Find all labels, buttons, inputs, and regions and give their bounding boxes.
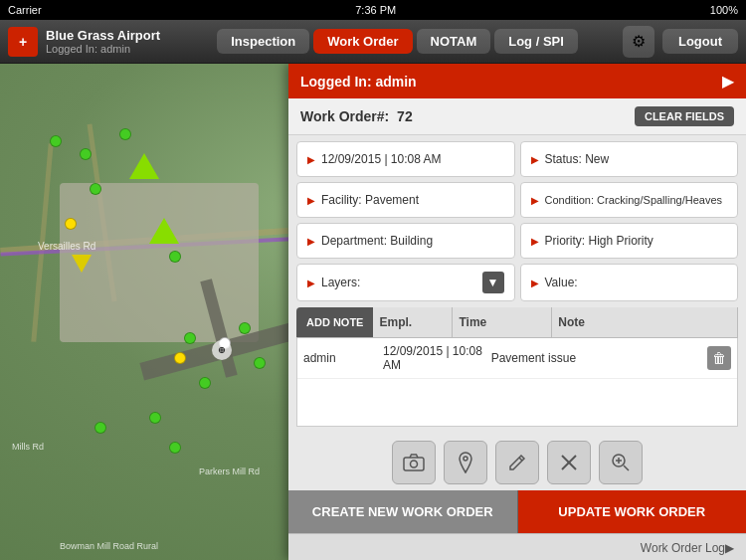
map-pin-10 — [94, 422, 106, 434]
tab-inspection[interactable]: Inspection — [217, 29, 309, 54]
map-pin-2 — [80, 148, 92, 160]
value-field[interactable]: ▶ Value: — [520, 264, 739, 301]
form-area: ▶ 12/09/2015 | 10:08 AM ▶ Status: New ▶ … — [288, 135, 746, 307]
layers-dropdown-button[interactable]: ▼ — [482, 272, 504, 293]
settings-icon[interactable]: ⚙ — [623, 26, 654, 58]
tab-work-order[interactable]: Work Order — [313, 29, 412, 54]
condition-arrow-icon: ▶ — [531, 195, 539, 206]
map-pin-12 — [254, 357, 266, 369]
add-note-button[interactable]: ADD NOTE — [296, 307, 373, 337]
triangle-marker-2 — [149, 218, 179, 244]
triangle-marker-1 — [129, 153, 159, 179]
map-pin-8 — [149, 412, 161, 424]
department-value: Department: Building — [321, 234, 433, 248]
svg-rect-0 — [404, 458, 424, 470]
layers-field[interactable]: ▶ Layers: ▼ — [296, 264, 515, 301]
col-header-empl: Empl. — [373, 307, 453, 337]
value-arrow-icon: ▶ — [531, 278, 539, 288]
status-arrow-icon: ▶ — [531, 154, 539, 165]
notes-table-header: ADD NOTE Empl. Time Note — [296, 307, 738, 338]
carrier-text: Carrier — [8, 4, 42, 16]
panel-header: Logged In: admin ▶ — [288, 64, 746, 98]
road-label-mills: Mills Rd — [12, 442, 44, 452]
status-field[interactable]: ▶ Status: New — [520, 141, 739, 177]
tab-log-spi[interactable]: Log / SPI — [494, 29, 578, 54]
map-pin-9 — [169, 442, 181, 454]
note-employee: admin — [303, 351, 383, 365]
location-button[interactable] — [444, 441, 487, 484]
app-title: Blue Grass Airport — [46, 28, 160, 43]
nav-tabs: Inspection Work Order NOTAM Log / SPI — [172, 29, 623, 54]
tab-notam[interactable]: NOTAM — [417, 29, 491, 54]
camera-button[interactable] — [392, 441, 436, 484]
nav-bar: + Blue Grass Airport Logged In: admin In… — [0, 20, 746, 64]
map-indicator: ⊕ — [212, 340, 232, 360]
cancel-button-icon[interactable] — [547, 441, 591, 484]
right-panel: Logged In: admin ▶ Work Order#: 72 CLEAR… — [288, 64, 746, 560]
app-title-group: Blue Grass Airport Logged In: admin — [46, 28, 160, 55]
wo-number-label: Work Order#: 72 — [300, 108, 413, 124]
department-arrow-icon: ▶ — [307, 236, 315, 247]
map-pin-6 — [184, 332, 196, 344]
map-pin-3 — [90, 183, 101, 195]
pencil-button[interactable] — [495, 441, 539, 484]
create-work-order-button[interactable]: CREATE NEW WORK ORDER — [288, 490, 518, 533]
panel-arrow-icon[interactable]: ▶ — [722, 72, 734, 91]
priority-arrow-icon: ▶ — [531, 236, 539, 247]
value-label: Value: — [545, 276, 578, 289]
status-bar: Carrier 7:36 PM 100% — [0, 0, 746, 20]
icon-toolbar — [288, 433, 746, 490]
condition-field[interactable]: ▶ Condition: Cracking/Spalling/Heaves — [520, 182, 739, 218]
date-field[interactable]: ▶ 12/09/2015 | 10:08 AM — [296, 141, 515, 177]
svg-point-1 — [411, 461, 418, 467]
road-label-parkers: Parkers Mill Rd — [199, 467, 260, 476]
road-label-versailles: Versailles Rd — [38, 241, 95, 252]
note-text: Pavement issue — [491, 351, 707, 365]
priority-field[interactable]: ▶ Priority: High Priority — [520, 223, 739, 259]
status-value: Status: New — [545, 152, 610, 166]
wo-header: Work Order#: 72 CLEAR FIELDS — [288, 98, 746, 135]
col-header-time: Time — [453, 307, 552, 337]
note-row: admin 12/09/2015 | 10:08 AM Pavement iss… — [297, 338, 737, 379]
action-buttons: CREATE NEW WORK ORDER UPDATE WORK ORDER — [288, 490, 746, 533]
department-field[interactable]: ▶ Department: Building — [296, 223, 515, 259]
clear-fields-button[interactable]: CLEAR FIELDS — [635, 106, 734, 126]
col-header-note: Note — [552, 307, 738, 337]
logo-text: + — [19, 34, 27, 50]
note-time: 12/09/2015 | 10:08 AM — [383, 344, 491, 372]
zoom-in-button[interactable] — [599, 441, 643, 484]
triangle-marker-yellow — [72, 255, 92, 273]
svg-point-2 — [464, 457, 467, 461]
priority-value: Priority: High Priority — [545, 234, 653, 248]
date-arrow-icon: ▶ — [307, 154, 315, 165]
map-pin-yellow-1 — [65, 218, 77, 230]
map-pin-yellow-2 — [174, 352, 186, 364]
logout-button[interactable]: Logout — [662, 29, 738, 54]
map-pin-7 — [199, 377, 211, 389]
facility-value: Facility: Pavement — [321, 193, 419, 207]
bottom-bar-text: Work Order Log▶ — [641, 541, 734, 555]
update-work-order-button[interactable]: UPDATE WORK ORDER — [518, 490, 747, 533]
notes-body: admin 12/09/2015 | 10:08 AM Pavement iss… — [296, 338, 738, 427]
bottom-bar[interactable]: Work Order Log▶ — [288, 533, 746, 560]
map-pin-11 — [239, 322, 251, 334]
road-label-bowman: Bowman Mill Road Rural — [60, 541, 158, 551]
facility-field[interactable]: ▶ Facility: Pavement — [296, 182, 515, 218]
app-logo: + — [8, 27, 38, 57]
app-subtitle: Logged In: admin — [46, 43, 160, 55]
map-pin-4 — [119, 128, 131, 140]
date-value: 12/09/2015 | 10:08 AM — [321, 152, 442, 166]
layers-label: Layers: — [321, 276, 360, 289]
layers-arrow-icon: ▶ — [307, 278, 315, 288]
battery-text: 100% — [710, 4, 738, 16]
app-info: + Blue Grass Airport Logged In: admin — [8, 27, 160, 57]
notes-section: ADD NOTE Empl. Time Note admin 12/09/201… — [296, 307, 738, 427]
note-delete-button[interactable]: 🗑 — [707, 346, 731, 370]
facility-arrow-icon: ▶ — [307, 195, 315, 206]
time-text: 7:36 PM — [355, 4, 396, 16]
map-pin-5 — [169, 251, 181, 263]
logged-in-label: Logged In: admin — [300, 74, 417, 90]
svg-line-6 — [624, 466, 629, 470]
condition-value: Condition: Cracking/Spalling/Heaves — [545, 194, 723, 206]
map-pin-1 — [50, 135, 62, 147]
